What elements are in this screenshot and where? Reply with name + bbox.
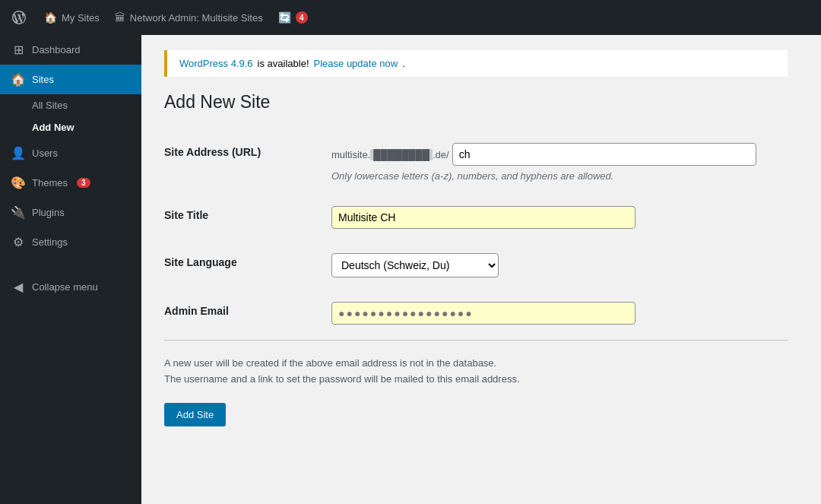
site-title-label: Site Title	[164, 194, 331, 241]
my-sites-icon: 🏠	[44, 11, 57, 24]
sidebar-item-dashboard[interactable]: ⊞ Dashboard	[0, 35, 141, 65]
updates-icon: 🔄	[278, 11, 291, 24]
info-line-2: The username and a link to set the passw…	[164, 373, 520, 385]
users-icon: 👤	[11, 146, 26, 160]
sites-icon: 🏠	[11, 72, 26, 87]
admin-email-row: Admin Email	[164, 290, 788, 337]
site-title-row: Site Title	[164, 194, 788, 241]
notice-middle-text: is available!	[258, 58, 309, 69]
sidebar-sites-label: Sites	[32, 74, 54, 85]
url-prefix: multisite.████████.de/	[331, 149, 449, 160]
sidebar-dashboard-label: Dashboard	[32, 44, 81, 55]
add-new-label: Add New	[32, 122, 74, 133]
site-title-field-cell	[331, 194, 788, 241]
add-site-form: Site Address (URL) multisite.████████.de…	[164, 131, 788, 337]
updates-menu[interactable]: 🔄 4	[278, 11, 308, 24]
network-admin-label: Network Admin: Multisite Sites	[130, 12, 263, 24]
page-title: Add New Site	[164, 92, 798, 113]
collapse-menu-button[interactable]: ◀ Collapse menu	[0, 272, 141, 302]
admin-bar: 🏠 My Sites 🏛 Network Admin: Multisite Si…	[0, 0, 821, 35]
sidebar-item-settings[interactable]: ⚙ Settings	[0, 227, 141, 257]
sidebar-item-themes[interactable]: 🎨 Themes 3	[0, 168, 141, 198]
my-sites-label: My Sites	[62, 12, 100, 24]
wp-logo[interactable]	[9, 8, 29, 27]
sidebar-subitem-all-sites[interactable]: All Sites	[0, 94, 141, 116]
sidebar-item-users[interactable]: 👤 Users	[0, 138, 141, 168]
update-now-link[interactable]: Please update now	[314, 58, 398, 69]
url-wrapper: multisite.████████.de/	[331, 143, 788, 166]
notice-suffix: .	[402, 58, 405, 69]
sidebar-settings-label: Settings	[32, 236, 68, 248]
site-address-input[interactable]	[452, 143, 756, 166]
sidebar-themes-label: Themes	[32, 177, 68, 189]
sidebar: ⊞ Dashboard 🏠 Sites All Sites Add New 👤 …	[0, 35, 141, 504]
info-line-1: A new user will be created if the above …	[164, 357, 496, 369]
sidebar-item-sites[interactable]: 🏠 Sites	[0, 65, 141, 94]
admin-email-input[interactable]	[331, 302, 636, 325]
collapse-icon: ◀	[11, 280, 26, 294]
site-language-field-cell: Deutsch (Schweiz, Du) English (United St…	[331, 241, 788, 290]
plugins-icon: 🔌	[11, 205, 26, 220]
add-site-button[interactable]: Add Site	[164, 403, 226, 426]
site-address-field-cell: multisite.████████.de/ Only lowercase le…	[331, 131, 788, 194]
admin-email-label: Admin Email	[164, 290, 331, 337]
themes-badge: 3	[77, 178, 90, 188]
sidebar-subitem-add-new[interactable]: Add New	[0, 116, 141, 138]
update-count-badge: 4	[296, 11, 308, 24]
site-address-label: Site Address (URL)	[164, 131, 331, 194]
main-content: WordPress 4.9.6 is available! Please upd…	[141, 35, 821, 504]
layout: ⊞ Dashboard 🏠 Sites All Sites Add New 👤 …	[0, 35, 821, 504]
sidebar-users-label: Users	[32, 147, 58, 159]
form-separator	[164, 340, 788, 341]
url-hint: Only lowercase letters (a-z), numbers, a…	[331, 170, 788, 182]
my-sites-menu[interactable]: 🏠 My Sites	[44, 11, 100, 24]
network-admin-menu[interactable]: 🏛 Network Admin: Multisite Sites	[115, 11, 263, 24]
site-language-row: Site Language Deutsch (Schweiz, Du) Engl…	[164, 241, 788, 290]
sidebar-item-plugins[interactable]: 🔌 Plugins	[0, 198, 141, 227]
settings-icon: ⚙	[11, 235, 26, 249]
dashboard-icon: ⊞	[11, 43, 26, 57]
site-language-select[interactable]: Deutsch (Schweiz, Du) English (United St…	[331, 253, 499, 277]
site-address-row: Site Address (URL) multisite.████████.de…	[164, 131, 788, 194]
all-sites-label: All Sites	[32, 100, 68, 111]
info-text: A new user will be created if the above …	[164, 356, 788, 388]
site-language-label: Site Language	[164, 241, 331, 290]
themes-icon: 🎨	[11, 176, 26, 190]
admin-email-field-cell	[331, 290, 788, 337]
update-notice: WordPress 4.9.6 is available! Please upd…	[164, 50, 788, 77]
site-title-input[interactable]	[331, 206, 636, 229]
network-admin-icon: 🏛	[115, 11, 125, 24]
wp-version-link[interactable]: WordPress 4.9.6	[179, 58, 253, 69]
sidebar-plugins-label: Plugins	[32, 207, 65, 218]
collapse-label: Collapse menu	[32, 281, 98, 293]
